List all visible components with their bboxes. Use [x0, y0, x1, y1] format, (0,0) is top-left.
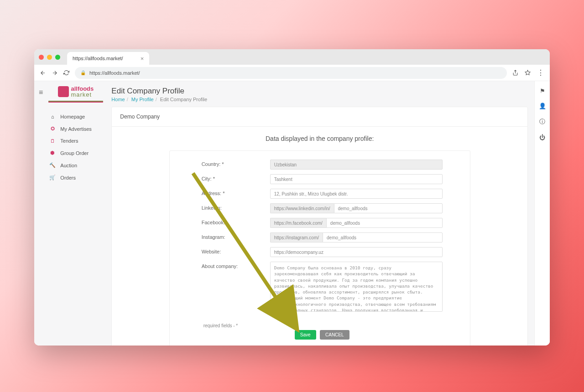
logo[interactable]: allfoods market [47, 86, 105, 105]
cancel-button[interactable]: CANCEL [320, 330, 349, 340]
hamburger-icon[interactable]: ≡ [34, 81, 47, 346]
address-bar: 🔒 https://allfoods.market/ ⋮ [34, 65, 550, 81]
section-title: Data displayed in the company profile: [112, 127, 527, 150]
website-input[interactable] [270, 247, 443, 257]
sidebar: allfoods market ⌂Homepage ✪My Advertises… [47, 81, 105, 346]
required-note: required fields - * [202, 316, 443, 330]
orders-icon: 🛒 [49, 175, 56, 181]
traffic-lights [39, 55, 60, 60]
address-label: Address: * [202, 189, 261, 196]
linkedin-prefix: https://www.linkedin.com/in/ [270, 203, 334, 213]
sidebar-item-advertises[interactable]: ✪My Advertises [47, 123, 105, 135]
app-body: ≡ allfoods market ⌂Homepage ✪My Advertis… [34, 81, 550, 346]
instagram-prefix: https://instagram.com/ [270, 232, 323, 242]
ads-icon: ✪ [49, 126, 56, 132]
save-button[interactable]: Save [295, 330, 316, 340]
facebook-prefix: https://m.facebook.com/ [270, 218, 326, 228]
right-icons: ⚑ 👤 ⓘ ⏻ [534, 81, 550, 346]
sidebar-item-label: Auction [60, 163, 77, 168]
menu-dots-icon[interactable]: ⋮ [537, 68, 544, 77]
svg-marker-0 [525, 70, 530, 75]
sidebar-item-label: Homepage [60, 114, 85, 119]
user-icon[interactable]: 👤 [539, 103, 546, 109]
country-input[interactable] [270, 160, 443, 170]
sidebar-item-auction[interactable]: 🔨Auction [47, 159, 105, 171]
tab-title: https://allfoods.market/ [73, 56, 123, 61]
reload-icon[interactable] [63, 70, 69, 76]
breadcrumb-home[interactable]: Home [111, 97, 125, 102]
form-area: Country: * City: * Address: * Linkedin: … [169, 150, 470, 346]
browser-tab[interactable]: https://allfoods.market/ × [67, 52, 149, 65]
share-icon[interactable] [512, 68, 518, 77]
tenders-icon: 🗒 [49, 138, 56, 144]
website-label: Website: [202, 247, 261, 254]
sidebar-item-homepage[interactable]: ⌂Homepage [47, 111, 105, 123]
sidebar-item-label: My Advertises [60, 126, 91, 132]
facebook-input[interactable] [326, 218, 443, 228]
group-icon: ⬢ [49, 150, 56, 156]
window-close[interactable] [39, 55, 44, 60]
sidebar-item-tenders[interactable]: 🗒Tenders [47, 135, 105, 147]
window-minimize[interactable] [47, 55, 52, 60]
url-text: https://allfoods.market/ [89, 70, 140, 76]
instagram-label: Instagram: [202, 232, 261, 240]
forward-icon[interactable] [52, 70, 58, 76]
sidebar-item-group-order[interactable]: ⬢Group Order [47, 147, 105, 159]
logo-text: allfoods market [71, 86, 94, 98]
breadcrumb-current: Edit Company Profile [160, 97, 207, 102]
url-field[interactable]: 🔒 https://allfoods.market/ [75, 67, 507, 79]
nav-list: ⌂Homepage ✪My Advertises 🗒Tenders ⬢Group… [47, 111, 105, 184]
city-input[interactable] [270, 174, 443, 184]
home-icon: ⌂ [49, 114, 56, 119]
sidebar-item-label: Orders [60, 175, 76, 181]
breadcrumb: Home/ My Profile/ Edit Company Profile [111, 97, 528, 102]
address-input[interactable] [270, 189, 443, 199]
about-textarea[interactable] [270, 262, 443, 312]
sidebar-item-orders[interactable]: 🛒Orders [47, 171, 105, 184]
logo-icon [58, 86, 69, 97]
flag-icon[interactable]: ⚑ [540, 88, 545, 94]
sidebar-item-label: Tenders [60, 138, 78, 144]
close-icon[interactable]: × [141, 55, 144, 62]
content: Edit Company Profile Home/ My Profile/ E… [105, 81, 534, 346]
card: Demo Company Data displayed in the compa… [111, 107, 528, 346]
help-icon[interactable]: ⓘ [539, 118, 545, 126]
linkedin-input[interactable] [334, 203, 443, 213]
window-maximize[interactable] [55, 55, 60, 60]
tab-bar: https://allfoods.market/ × [34, 49, 550, 65]
button-row: Save CANCEL [202, 330, 443, 342]
browser-window: https://allfoods.market/ × 🔒 https://all… [34, 49, 550, 346]
back-icon[interactable] [40, 70, 46, 76]
lock-icon: 🔒 [80, 70, 86, 75]
page-title: Edit Company Profile [111, 87, 528, 96]
star-icon[interactable] [525, 68, 531, 77]
linkedin-label: Linkedin: [202, 203, 261, 211]
auction-icon: 🔨 [49, 162, 56, 168]
instagram-input[interactable] [323, 232, 443, 242]
power-icon[interactable]: ⏻ [539, 134, 545, 141]
facebook-label: Facebook: [202, 218, 261, 225]
company-name: Demo Company [112, 107, 527, 127]
country-label: Country: * [202, 160, 261, 167]
sidebar-item-label: Group Order [60, 150, 89, 156]
about-label: About company: [202, 262, 261, 269]
city-label: City: * [202, 174, 261, 181]
breadcrumb-profile[interactable]: My Profile [131, 97, 154, 102]
